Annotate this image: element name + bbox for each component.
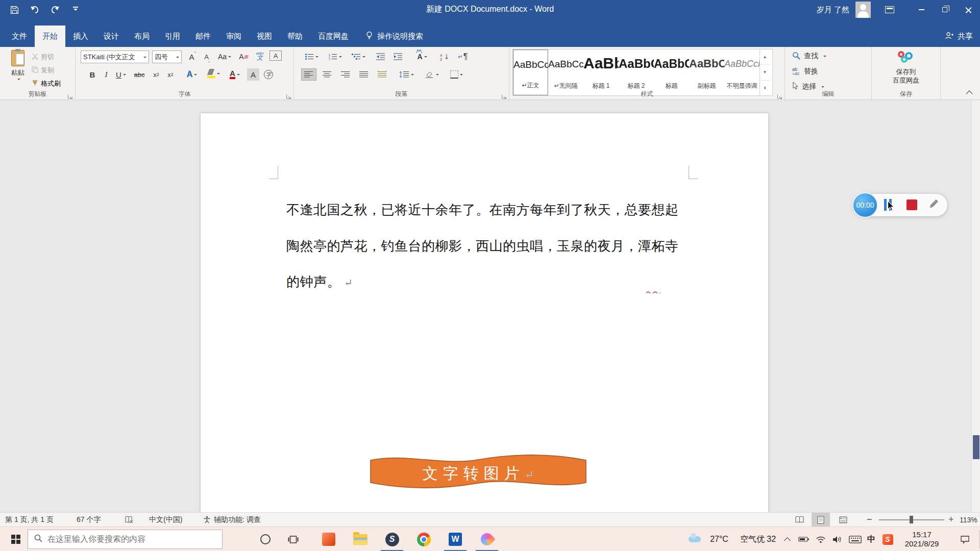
baidu-netdisk-icon[interactable] <box>872 51 940 65</box>
scrollbar-thumb[interactable] <box>973 435 979 459</box>
italic-icon[interactable]: I <box>101 68 111 81</box>
recorder-timer[interactable]: 00:00 <box>852 192 878 218</box>
grow-font-icon[interactable]: Aˆ <box>186 51 199 63</box>
search-input[interactable] <box>47 535 211 544</box>
tab-home[interactable]: 开始 <box>35 26 65 47</box>
tray-expand-button[interactable] <box>781 527 793 551</box>
bold-icon[interactable]: B <box>87 68 98 81</box>
baidu-save-label-line2[interactable]: 百度网盘 <box>872 76 940 85</box>
style-heading1[interactable]: AaBb 标题 1 <box>583 49 619 95</box>
accessibility-status[interactable]: 辅助功能: 调查 <box>203 513 261 527</box>
document-text-line1[interactable]: 不逢北国之秋，已将近十余年了。在南方每年到了秋天，总要想起 <box>286 201 690 219</box>
align-center-icon[interactable] <box>320 68 335 81</box>
font-name-combo[interactable]: STKaiti (中文正文 <box>81 51 149 63</box>
share-button[interactable]: 共享 <box>945 26 973 47</box>
restore-button[interactable] <box>933 0 957 19</box>
copy-button[interactable]: 复制 <box>32 65 54 76</box>
word-count[interactable]: 67 个字 <box>77 513 101 527</box>
tab-view[interactable]: 视图 <box>249 26 280 47</box>
zoom-slider-thumb[interactable] <box>910 516 913 523</box>
show-hide-marks-icon[interactable]: ↵¶ <box>455 51 471 63</box>
distribute-icon[interactable] <box>375 68 390 81</box>
tell-me-search[interactable]: 操作说明搜索 <box>365 26 423 47</box>
minimize-button[interactable] <box>910 0 933 19</box>
zoom-level[interactable]: 113% <box>960 513 977 527</box>
style-heading2[interactable]: AaBbC 标题 2 <box>619 49 654 95</box>
task-view-button[interactable] <box>282 527 304 551</box>
styles-scroll-down-icon[interactable]: ▼ <box>760 65 770 80</box>
style-title[interactable]: AaBbC 标题 <box>654 49 689 95</box>
read-mode-button[interactable] <box>790 513 808 527</box>
paste-button[interactable]: 粘贴 <box>4 50 32 89</box>
ribbon-display-options-icon[interactable] <box>885 6 894 13</box>
touch-keyboard-button[interactable] <box>846 527 864 551</box>
underline-icon[interactable]: U <box>113 68 129 81</box>
cortana-button[interactable] <box>255 527 276 551</box>
phonetic-guide-icon[interactable]: wén文 <box>253 49 266 62</box>
taskbar-app-chrome[interactable] <box>411 527 436 551</box>
enclose-characters-icon[interactable]: 字 <box>262 68 275 81</box>
bullets-icon[interactable] <box>301 51 322 63</box>
taskbar-app-paint-drop[interactable] <box>475 527 499 551</box>
taskbar-app-sogou-browser[interactable]: S <box>380 527 404 551</box>
avatar[interactable] <box>855 2 871 18</box>
taskbar-app-explorer[interactable] <box>348 527 373 551</box>
web-layout-button[interactable] <box>834 513 852 527</box>
action-center-button[interactable] <box>955 527 974 551</box>
print-layout-button[interactable] <box>812 513 830 527</box>
baidu-save-label-line1[interactable]: 保存到 <box>872 67 940 77</box>
style-subtitle[interactable]: AaBbC 副标题 <box>689 49 724 95</box>
tab-references[interactable]: 引用 <box>157 26 188 47</box>
align-right-icon[interactable] <box>338 68 353 81</box>
character-shading-icon[interactable]: A <box>247 68 259 81</box>
volume-indicator[interactable] <box>830 527 844 551</box>
taskbar-app-word[interactable]: W <box>443 527 468 551</box>
highlight-color-icon[interactable] <box>204 67 223 80</box>
shading-icon[interactable] <box>422 68 442 81</box>
asian-layout-icon[interactable]: A <box>411 51 433 63</box>
style-subtle-emphasis[interactable]: AaBbCcl 不明显强调 <box>724 49 760 95</box>
tab-insert[interactable]: 插入 <box>65 26 96 47</box>
taskbar-clock[interactable]: 15:17 2021/8/29 <box>897 527 946 551</box>
clear-formatting-icon[interactable]: A <box>237 51 250 63</box>
wave-banner-shape[interactable]: 文字转图片↵ <box>369 452 588 493</box>
text-effects-icon[interactable]: A <box>183 68 201 81</box>
change-case-icon[interactable]: Aa <box>215 51 234 63</box>
zoom-out-button[interactable]: − <box>867 513 872 527</box>
document-text-line2[interactable]: 陶然亭的芦花，钓鱼台的柳影，西山的虫唱，玉泉的夜月，潭柘寺 <box>286 237 690 255</box>
tab-design[interactable]: 设计 <box>96 26 127 47</box>
increase-indent-icon[interactable] <box>391 51 405 63</box>
weather-temperature[interactable]: 27°C <box>704 527 734 551</box>
document-text-line3[interactable]: 的钟声。 ↵ <box>286 273 690 291</box>
close-button[interactable] <box>957 0 980 19</box>
tab-mailings[interactable]: 邮件 <box>188 26 218 47</box>
multilevel-list-icon[interactable] <box>348 51 369 63</box>
style-normal[interactable]: AaBbCc ↵正文 <box>513 49 548 95</box>
style-no-spacing[interactable]: AaBbCc ↵无间隔 <box>548 49 583 95</box>
stop-icon[interactable] <box>906 199 917 210</box>
battery-indicator[interactable] <box>796 527 812 551</box>
character-border-icon[interactable]: A <box>270 51 282 61</box>
font-size-combo[interactable]: 四号 <box>152 51 182 63</box>
find-button[interactable]: 查找 <box>792 50 826 62</box>
wifi-indicator[interactable] <box>814 527 828 551</box>
tab-layout[interactable]: 布局 <box>127 26 157 47</box>
language-indicator[interactable]: 中文(中国) <box>149 513 182 527</box>
tab-file[interactable]: 文件 <box>4 26 35 47</box>
format-painter-button[interactable]: 格式刷 <box>32 79 61 89</box>
cut-button[interactable]: 剪切 <box>32 52 54 62</box>
shrink-font-icon[interactable]: Aˬ <box>201 51 213 63</box>
user-name[interactable]: 岁月 了然 <box>817 5 849 15</box>
superscript-icon[interactable]: x2 <box>164 68 177 81</box>
start-button[interactable] <box>7 527 24 551</box>
styles-scroll-up-icon[interactable]: ▲ <box>760 49 770 65</box>
tab-help[interactable]: 帮助 <box>280 26 310 47</box>
strikethrough-icon[interactable]: abc <box>132 68 147 81</box>
numbering-icon[interactable]: 123 <box>325 51 345 63</box>
borders-icon[interactable] <box>446 68 467 81</box>
subscript-icon[interactable]: x2 <box>150 68 162 81</box>
weather-air-quality[interactable]: 空气优 32 <box>735 527 781 551</box>
taskbar-app-office[interactable] <box>316 527 341 551</box>
sort-icon[interactable]: AZ <box>437 51 452 63</box>
align-left-icon[interactable] <box>301 68 316 81</box>
